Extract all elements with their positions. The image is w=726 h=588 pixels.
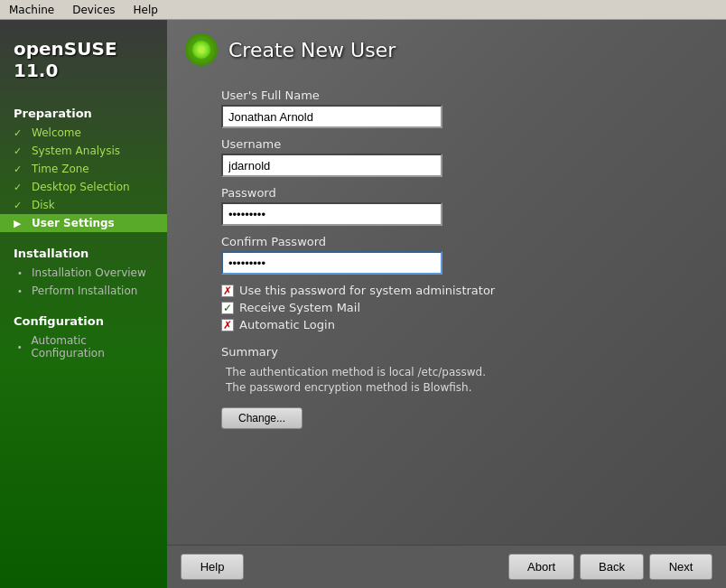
checkbox-use-admin-password[interactable]: ✗ Use this password for system administr… bbox=[221, 284, 690, 297]
password-input[interactable] bbox=[221, 202, 442, 226]
sidebar-item-disk[interactable]: ✓ Disk bbox=[0, 196, 167, 214]
menubar: Machine Devices Help bbox=[0, 0, 726, 20]
username-label: Username bbox=[221, 137, 690, 151]
confirm-password-input[interactable] bbox=[221, 251, 442, 275]
summary-section: Summary The authentication method is loc… bbox=[221, 345, 690, 429]
confirm-password-group: Confirm Password bbox=[221, 235, 690, 275]
dot-icon-1: • bbox=[14, 268, 26, 278]
sidebar-item-desktop-selection[interactable]: ✓ Desktop Selection bbox=[0, 178, 167, 196]
sidebar-label-installation-overview: Installation Overview bbox=[32, 266, 146, 279]
sidebar-item-system-analysis[interactable]: ✓ System Analysis bbox=[0, 142, 167, 160]
sidebar-label-system-analysis: System Analysis bbox=[32, 145, 120, 157]
sidebar-label-disk: Disk bbox=[32, 199, 55, 211]
sidebar-section-preparation: Preparation bbox=[0, 99, 167, 124]
sidebar: openSUSE 11.0 Preparation ✓ Welcome ✓ Sy… bbox=[0, 20, 167, 588]
menu-help[interactable]: Help bbox=[128, 2, 163, 18]
checkbox-receive-mail[interactable]: ✓ Receive System Mail bbox=[221, 301, 690, 314]
username-group: Username bbox=[221, 137, 690, 177]
full-name-label: User's Full Name bbox=[221, 89, 690, 102]
menu-machine[interactable]: Machine bbox=[4, 2, 60, 18]
sidebar-label-automatic-configuration: Automatic Configuration bbox=[31, 334, 158, 359]
username-input[interactable] bbox=[221, 154, 442, 177]
sidebar-section-installation: Installation bbox=[0, 239, 167, 264]
arrow-icon: ▶ bbox=[14, 218, 26, 229]
check-icon-3: ✓ bbox=[14, 163, 26, 175]
create-user-icon bbox=[185, 33, 218, 66]
sidebar-item-automatic-configuration[interactable]: • Automatic Configuration bbox=[0, 331, 167, 362]
sidebar-section-configuration: Configuration bbox=[0, 307, 167, 331]
summary-line-2: The password encryption method is Blowfi… bbox=[221, 381, 690, 394]
checkbox-auto-login[interactable]: ✗ Automatic Login bbox=[221, 318, 690, 331]
nav-buttons: Abort Back Next bbox=[508, 554, 712, 580]
sidebar-item-installation-overview[interactable]: • Installation Overview bbox=[0, 264, 167, 282]
check-icon-5: ✓ bbox=[14, 200, 26, 211]
sidebar-item-time-zone[interactable]: ✓ Time Zone bbox=[0, 160, 167, 178]
summary-line-1: The authentication method is local /etc/… bbox=[221, 366, 690, 378]
checkbox-mail-label: Receive System Mail bbox=[239, 301, 360, 314]
sidebar-item-welcome[interactable]: ✓ Welcome bbox=[0, 124, 167, 142]
checkbox-mail-box[interactable]: ✓ bbox=[221, 302, 234, 314]
sidebar-item-user-settings[interactable]: ▶ User Settings bbox=[0, 214, 167, 232]
summary-label: Summary bbox=[221, 345, 690, 359]
content-area: Create New User User's Full Name Usernam… bbox=[167, 20, 726, 588]
sidebar-label-user-settings: User Settings bbox=[32, 217, 115, 229]
back-button[interactable]: Back bbox=[580, 554, 644, 580]
sidebar-label-perform-installation: Perform Installation bbox=[32, 285, 137, 297]
page-title: Create New User bbox=[228, 39, 396, 61]
main-window: openSUSE 11.0 Preparation ✓ Welcome ✓ Sy… bbox=[0, 20, 726, 588]
password-label: Password bbox=[221, 186, 690, 200]
form-area: User's Full Name Username Password Confi… bbox=[167, 79, 726, 545]
sidebar-logo: openSUSE 11.0 bbox=[0, 29, 167, 99]
dot-icon-3: • bbox=[14, 342, 25, 352]
dot-icon-2: • bbox=[14, 286, 26, 296]
checkbox-admin-label: Use this password for system administrat… bbox=[239, 284, 495, 297]
checkbox-login-label: Automatic Login bbox=[239, 318, 335, 331]
abort-button[interactable]: Abort bbox=[508, 554, 574, 580]
change-button[interactable]: Change... bbox=[221, 407, 302, 429]
content-header: Create New User bbox=[167, 20, 726, 79]
help-button[interactable]: Help bbox=[181, 554, 244, 580]
sidebar-label-time-zone: Time Zone bbox=[32, 163, 89, 175]
sidebar-item-perform-installation[interactable]: • Perform Installation bbox=[0, 282, 167, 300]
bottom-bar: Help Abort Back Next bbox=[167, 545, 726, 588]
full-name-group: User's Full Name bbox=[221, 89, 690, 128]
next-button[interactable]: Next bbox=[649, 554, 712, 580]
sidebar-label-welcome: Welcome bbox=[32, 126, 81, 139]
options-group: ✗ Use this password for system administr… bbox=[221, 284, 690, 331]
checkbox-login-box[interactable]: ✗ bbox=[221, 319, 234, 331]
sidebar-label-desktop-selection: Desktop Selection bbox=[32, 181, 130, 193]
checkbox-admin-box[interactable]: ✗ bbox=[221, 285, 234, 297]
password-group: Password bbox=[221, 186, 690, 226]
full-name-input[interactable] bbox=[221, 105, 442, 128]
menu-devices[interactable]: Devices bbox=[67, 2, 120, 18]
check-icon-2: ✓ bbox=[14, 145, 26, 157]
check-icon-4: ✓ bbox=[14, 182, 26, 193]
confirm-password-label: Confirm Password bbox=[221, 235, 690, 248]
check-icon: ✓ bbox=[14, 127, 26, 139]
